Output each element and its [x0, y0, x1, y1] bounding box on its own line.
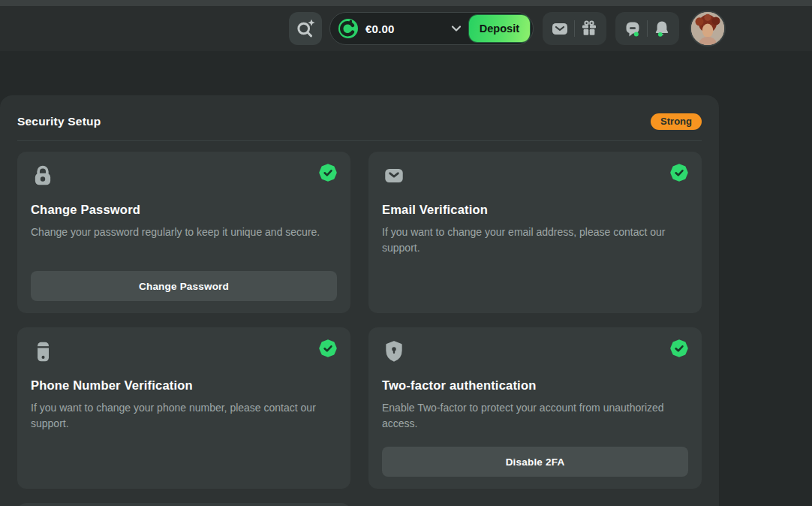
- card-change-password: Change Password Change your password reg…: [17, 152, 350, 313]
- user-avatar[interactable]: [690, 11, 726, 47]
- card-title: Two-factor authentication: [382, 378, 688, 393]
- currency-coin-icon: [338, 18, 359, 39]
- card-description: If you want to change your email address…: [382, 224, 688, 256]
- card-two-factor-auth: Two-factor authentication Enable Two-fac…: [368, 327, 702, 489]
- phone-icon: [31, 339, 55, 363]
- chat-icon: [624, 20, 642, 38]
- verified-check-badge: [670, 339, 688, 357]
- avatar-photo: [691, 12, 724, 45]
- mail-icon: [551, 20, 569, 38]
- panel-header: Security Setup Strong: [17, 113, 702, 130]
- chat-online-dot: [634, 32, 639, 37]
- chevron-down-icon: [450, 22, 463, 35]
- card-phone-verification: Phone Number Verification If you want to…: [17, 327, 350, 489]
- card-email-verification: Email Verification If you want to change…: [368, 152, 702, 313]
- deposit-button[interactable]: Deposit: [469, 15, 530, 42]
- gift-button[interactable]: [575, 12, 603, 45]
- balance-amount: €0.00: [365, 23, 395, 35]
- divider: [17, 140, 702, 141]
- lock-icon: [31, 164, 55, 188]
- search-icon: [293, 17, 317, 41]
- window-top-strip: [0, 0, 812, 6]
- card-title: Phone Number Verification: [31, 378, 337, 393]
- search-button[interactable]: [289, 12, 322, 45]
- notification-dot: [658, 32, 663, 37]
- card-description: Change your password regularly to keep i…: [31, 224, 337, 240]
- chat-notifications-group: [615, 12, 679, 45]
- gift-icon: [580, 20, 598, 38]
- verified-check-badge: [319, 164, 337, 182]
- mail-gift-group: [543, 12, 606, 45]
- security-setup-panel: Security Setup Strong Change Password Ch…: [0, 95, 719, 506]
- envelope-icon: [382, 164, 406, 188]
- sparkle-icon: [308, 20, 314, 26]
- card-partial-below-fold: [17, 503, 350, 506]
- top-navigation-bar: €0.00 Deposit: [0, 6, 812, 51]
- bell-icon: [653, 20, 671, 38]
- disable-2fa-button[interactable]: Disable 2FA: [382, 447, 688, 477]
- page-title: Security Setup: [17, 115, 101, 128]
- mail-button[interactable]: [546, 12, 574, 45]
- wallet-balance-selector[interactable]: €0.00 Deposit: [329, 12, 534, 45]
- card-title: Email Verification: [382, 203, 688, 217]
- security-cards-grid: Change Password Change your password reg…: [17, 152, 702, 506]
- notifications-button[interactable]: [648, 12, 676, 45]
- verified-check-badge: [670, 164, 688, 182]
- shield-keyhole-icon: [382, 339, 406, 363]
- card-title: Change Password: [31, 203, 337, 217]
- change-password-button[interactable]: Change Password: [31, 271, 337, 301]
- card-description: If you want to change your phone number,…: [31, 400, 337, 432]
- verified-check-badge: [319, 339, 337, 357]
- password-strength-badge: Strong: [651, 113, 702, 130]
- card-description: Enable Two-factor to protect your accoun…: [382, 400, 688, 432]
- chat-button[interactable]: [618, 12, 647, 45]
